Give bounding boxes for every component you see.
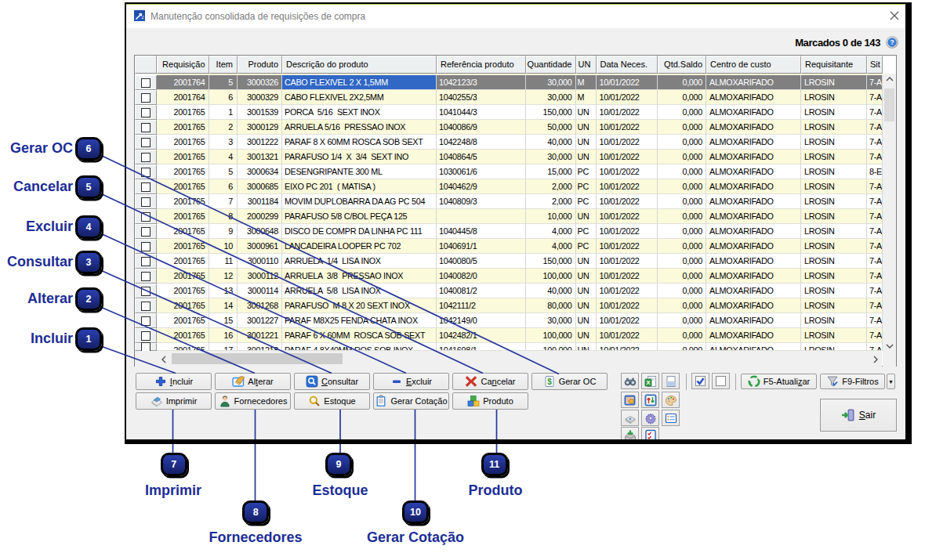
svg-text:?: ?	[890, 38, 894, 46]
svg-text:X: X	[646, 379, 651, 386]
svg-text:$: $	[547, 378, 552, 386]
